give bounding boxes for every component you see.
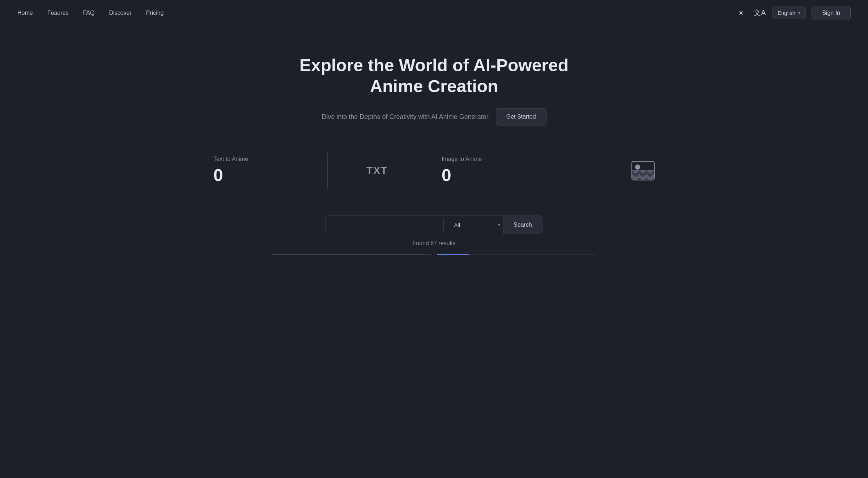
search-button[interactable]: Search [503,216,542,234]
image-to-anime-label: Image to Anime [442,156,482,162]
progress-bar-left [272,254,431,255]
filter-select[interactable]: All Text to Anime Image to Anime [447,222,497,228]
progress-bar-fill-left [272,254,431,255]
navbar: Home Feaures FAQ Discover Pricing ☀ 文A E… [0,0,868,26]
sign-in-button[interactable]: Sign In [812,6,851,20]
nav-features[interactable]: Feaures [47,10,69,16]
nav-right: ☀ 文A English ▾ Sign In [735,6,851,20]
language-selector[interactable]: English ▾ [772,7,806,19]
search-input[interactable] [326,216,443,234]
text-to-anime-label: Text to Anime [213,156,248,162]
nav-home[interactable]: Home [17,10,33,16]
main-content: Explore the World of AI-Powered Anime Cr… [0,26,868,269]
text-to-anime-stat: Text to Anime 0 [199,147,327,194]
hero-subtitle-row: Dive into the Depths of Creativity with … [322,108,546,125]
language-label: English [778,10,795,16]
txt-icon: TXT [366,165,388,176]
image-placeholder-icon [631,161,655,180]
nav-discover[interactable]: Discover [109,10,131,16]
translate-icon-button[interactable]: 文A [753,7,766,20]
nav-links: Home Feaures FAQ Discover Pricing [17,10,164,16]
hero-title: Explore the World of AI-Powered Anime Cr… [271,55,597,97]
progress-bar-fill-right [437,254,469,255]
theme-toggle-button[interactable]: ☀ [735,7,748,20]
search-area: All Text to Anime Image to Anime ▾ Searc… [326,215,542,247]
text-to-anime-value: 0 [213,165,223,185]
nav-faq[interactable]: FAQ [83,10,94,16]
progress-bars-row [262,254,606,255]
get-started-button[interactable]: Get Started [496,108,546,125]
image-to-anime-stat: Image to Anime 0 [427,147,556,194]
image-to-anime-value: 0 [442,165,451,185]
progress-bar-right [437,254,596,255]
hero-subtitle: Dive into the Depths of Creativity with … [322,113,490,121]
language-chevron-icon: ▾ [798,10,800,16]
nav-pricing[interactable]: Pricing [146,10,164,16]
stats-row: Text to Anime 0 TXT Image to Anime 0 [199,147,669,194]
search-bar: All Text to Anime Image to Anime ▾ Searc… [326,215,542,234]
txt-icon-area: TXT [328,165,427,176]
image-icon-area [556,161,669,180]
filter-wrapper: All Text to Anime Image to Anime ▾ [444,222,503,228]
filter-chevron-icon: ▾ [498,222,500,227]
search-results-text: Found 67 results [412,240,455,247]
